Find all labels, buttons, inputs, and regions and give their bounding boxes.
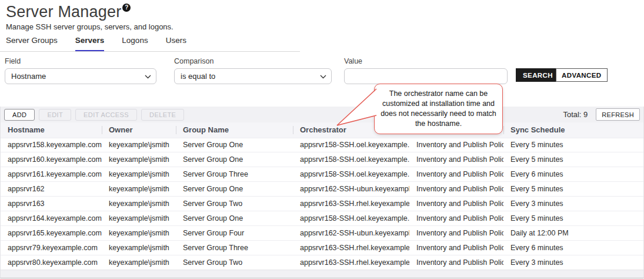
value-input[interactable] bbox=[344, 68, 508, 84]
cell-policy: Inventory and Publish Policy bbox=[409, 167, 503, 182]
cell-sync-schedule: Every 6 minutes bbox=[503, 240, 643, 255]
server-manager-page: Server Manager? Manage SSH server groups… bbox=[0, 0, 644, 279]
cell-group-name: Server Group Three bbox=[176, 240, 293, 255]
cell-policy: Inventory and Publish Policy bbox=[409, 138, 503, 152]
refresh-button[interactable]: REFRESH bbox=[596, 108, 640, 121]
help-icon[interactable]: ? bbox=[122, 4, 131, 12]
column-header-group-name[interactable]: Group Name bbox=[176, 122, 293, 138]
cell-hostname: appsrvr79.keyexample.com bbox=[1, 240, 102, 255]
value-filter-group: Value bbox=[344, 57, 508, 84]
cell-owner: keyexample\jsmith bbox=[102, 255, 176, 270]
cell-sync-schedule: Daily at 12:00 PM bbox=[503, 225, 643, 240]
value-label: Value bbox=[344, 57, 508, 65]
tab-servers[interactable]: Servers bbox=[75, 36, 105, 52]
table-body: appsrvr158.keyexample.com keyexample\jsm… bbox=[1, 138, 643, 270]
table-row[interactable]: appsrvr161.keyexample.com keyexample\jsm… bbox=[1, 167, 643, 182]
cell-owner: keyexample\jsmith bbox=[102, 225, 176, 240]
cell-orchestrator: appsrvr158-SSH.oel.keyexample.com bbox=[293, 167, 409, 182]
cell-policy: Inventory and Publish Policy bbox=[409, 152, 503, 167]
delete-button[interactable]: DELETE bbox=[141, 109, 184, 121]
tab-server-groups[interactable]: Server Groups bbox=[6, 36, 58, 52]
orchestrator-callout: The orchestrator name can be customized … bbox=[374, 84, 503, 134]
cell-group-name: Server Group One bbox=[176, 138, 293, 152]
table-row[interactable]: appsrvr165.keyexample.com keyexample\jsm… bbox=[1, 225, 643, 240]
cell-orchestrator: appsrvr163-SSH.rhel.keyexample.com bbox=[293, 197, 409, 211]
cell-orchestrator: appsrvr158-SSH.oel.keyexample.com bbox=[293, 152, 409, 167]
cell-policy: Inventory and Publish Policy bbox=[409, 225, 503, 240]
tabs-divider bbox=[0, 51, 300, 52]
cell-hostname: appsrvr80.keyexample.com bbox=[1, 255, 102, 270]
edit-button[interactable]: EDIT bbox=[39, 109, 71, 121]
cell-sync-schedule: Every 5 minutes bbox=[503, 138, 643, 152]
cell-hostname: appsrvr162 bbox=[1, 182, 102, 197]
cell-hostname: appsrvr160.keyexample.com bbox=[1, 152, 102, 167]
table-footer bbox=[1, 270, 643, 278]
cell-owner: keyexample\jsmith bbox=[102, 197, 176, 211]
field-label: Field bbox=[5, 57, 156, 65]
table-row[interactable]: appsrvr162 keyexample\jsmith Server Grou… bbox=[1, 182, 643, 197]
column-header-hostname[interactable]: Hostname bbox=[1, 122, 102, 138]
cell-orchestrator: appsrvr162-SSH-ubun.keyexample.com bbox=[293, 182, 409, 197]
cell-owner: keyexample\jsmith bbox=[102, 152, 176, 167]
cell-policy: Inventory and Publish Policy bbox=[409, 255, 503, 270]
cell-group-name: Server Group Three bbox=[176, 167, 293, 182]
table-row[interactable]: appsrvr79.keyexample.com keyexample\jsmi… bbox=[1, 240, 643, 255]
table-row[interactable]: appsrvr158.keyexample.com keyexample\jsm… bbox=[1, 138, 643, 152]
cell-sync-schedule: Every 5 minutes bbox=[503, 152, 643, 167]
edit-access-button[interactable]: EDIT ACCESS bbox=[75, 109, 137, 121]
tab-logons[interactable]: Logons bbox=[122, 36, 148, 52]
cell-policy: Inventory and Publish Policy bbox=[409, 182, 503, 197]
field-select[interactable]: Hostname bbox=[5, 68, 156, 84]
table-row[interactable]: appsrvr160.keyexample.com keyexample\jsm… bbox=[1, 152, 643, 167]
column-header-owner[interactable]: Owner bbox=[102, 122, 176, 138]
cell-owner: keyexample\jsmith bbox=[102, 240, 176, 255]
cell-sync-schedule: Every 5 minutes bbox=[503, 182, 643, 197]
cell-hostname: appsrvr158.keyexample.com bbox=[1, 138, 102, 152]
comparison-filter-group: Comparison is equal to bbox=[174, 57, 332, 84]
cell-group-name: Server Group Two bbox=[176, 197, 293, 211]
servers-table: Hostname Owner Group Name Orchestrator S… bbox=[1, 122, 643, 270]
page-title: Server Manager? bbox=[6, 3, 131, 21]
advanced-button[interactable]: ADVANCED bbox=[556, 68, 608, 82]
total-count: Total: 9 bbox=[563, 110, 588, 119]
page-title-text: Server Manager bbox=[6, 3, 121, 21]
cell-owner: keyexample\jsmith bbox=[102, 167, 176, 182]
callout-text: The orchestrator name can be customized … bbox=[379, 89, 498, 129]
cell-owner: keyexample\jsmith bbox=[102, 211, 176, 225]
add-button[interactable]: ADD bbox=[4, 109, 35, 121]
cell-hostname: appsrvr163 bbox=[1, 197, 102, 211]
cell-group-name: Server Group Four bbox=[176, 225, 293, 240]
cell-orchestrator: appsrvr162-SSH-ubun.keyexample.com bbox=[293, 225, 409, 240]
cell-orchestrator: appsrvr158-SSH.oel.keyexample.com bbox=[293, 211, 409, 225]
cell-group-name: Server Group One bbox=[176, 182, 293, 197]
field-filter-group: Field Hostname bbox=[5, 57, 156, 84]
search-button[interactable]: SEARCH bbox=[516, 68, 560, 82]
table-row[interactable]: appsrvr163 keyexample\jsmith Server Grou… bbox=[1, 197, 643, 211]
cell-sync-schedule: Every 3 minutes bbox=[503, 197, 643, 211]
cell-owner: keyexample\jsmith bbox=[102, 182, 176, 197]
cell-sync-schedule: Every 3 minutes bbox=[503, 255, 643, 270]
server-grid-region: ADD EDIT EDIT ACCESS DELETE Total: 9 REF… bbox=[0, 107, 644, 278]
tab-users[interactable]: Users bbox=[166, 36, 186, 52]
comparison-select[interactable]: is equal to bbox=[174, 68, 332, 84]
cell-group-name: Server Group One bbox=[176, 152, 293, 167]
cell-owner: keyexample\jsmith bbox=[102, 138, 176, 152]
table-row[interactable]: appsrvr80.keyexample.com keyexample\jsmi… bbox=[1, 255, 643, 270]
cell-policy: Inventory and Publish Policy bbox=[409, 211, 503, 225]
comparison-label: Comparison bbox=[174, 57, 332, 65]
cell-hostname: appsrvr161.keyexample.com bbox=[1, 167, 102, 182]
cell-policy: Inventory and Publish Policy bbox=[409, 197, 503, 211]
tab-bar: Server Groups Servers Logons Users bbox=[6, 36, 186, 52]
cell-group-name: Server Group One bbox=[176, 211, 293, 225]
cell-sync-schedule: Every 6 minutes bbox=[503, 167, 643, 182]
cell-group-name: Server Group Two bbox=[176, 255, 293, 270]
column-header-sync-schedule[interactable]: Sync Schedule bbox=[503, 122, 643, 138]
table-row[interactable]: appsrvr164.keyexample.com keyexample\jsm… bbox=[1, 211, 643, 225]
cell-orchestrator: appsrvr163-SSH.rhel.keyexample.com bbox=[293, 255, 409, 270]
cell-orchestrator: appsrvr163-SSH.rhel.keyexample.com bbox=[293, 240, 409, 255]
cell-sync-schedule: Every 5 minutes bbox=[503, 211, 643, 225]
cell-hostname: appsrvr165.keyexample.com bbox=[1, 225, 102, 240]
cell-hostname: appsrvr164.keyexample.com bbox=[1, 211, 102, 225]
table-header-row: Hostname Owner Group Name Orchestrator S… bbox=[1, 122, 643, 138]
cell-orchestrator: appsrvr158-SSH.oel.keyexample.com bbox=[293, 138, 409, 152]
